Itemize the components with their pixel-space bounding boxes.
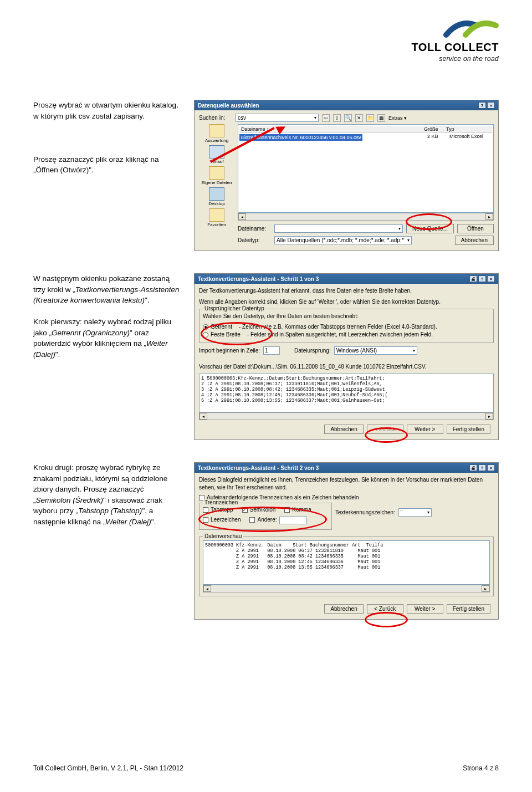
origin-label: Dateiursprung: — [294, 348, 331, 354]
datasource-dialog: Datenquelle auswählen ? × Suchen in: csv… — [194, 100, 499, 251]
page-footer: Toll Collect GmbH, Berlin, V 2.1, PL - S… — [33, 764, 499, 772]
place-eigene[interactable]: Eigene Dateien — [199, 166, 234, 185]
scroll-left-icon[interactable]: ◂ — [200, 413, 207, 420]
scroll-right-icon[interactable]: ▸ — [482, 585, 489, 592]
scroll-left-icon[interactable]: ◂ — [238, 213, 246, 220]
help-icon[interactable]: ? — [478, 275, 486, 282]
place-desktop[interactable]: Desktop — [199, 187, 234, 206]
place-verlauf[interactable]: Verlauf — [199, 145, 234, 164]
dialog1-title: Datenquelle auswählen — [198, 103, 259, 109]
preview-groupbox: Datenvorschau 5000000003 Kfz-Kennz. Datu… — [199, 536, 494, 596]
section-3: Kroku drugi: proszę wybrać rybrykę ze zn… — [33, 462, 499, 620]
check-semicolon[interactable]: ✓Semikolon — [242, 507, 276, 513]
cancel-button[interactable]: Abbrechen — [324, 425, 363, 434]
dialog3-title: Textkonvertierungs-Assistent - Schritt 2… — [198, 465, 319, 471]
filetype-combo[interactable]: Alle Datenquellen (*.odc;*.mdb; *.mde;*.… — [274, 236, 412, 244]
lookin-label: Suchen in: — [199, 115, 232, 121]
filename-label: Dateiname: — [238, 226, 271, 232]
file-list[interactable]: Dateiname ↑ Größe Typ Einzelfahrtennachw… — [238, 124, 494, 213]
close-icon[interactable]: × — [487, 464, 495, 471]
section3-text: Kroku drugi: proszę wybrać rybrykę ze zn… — [33, 462, 183, 527]
finish-button[interactable]: Fertig stellen — [447, 425, 490, 434]
help-icon[interactable]: ? — [478, 464, 486, 471]
close-icon[interactable]: × — [487, 102, 495, 109]
textqual-label: Texterkennungszeichen: — [335, 509, 395, 515]
preview-label: Vorschau der Datei d:\Dokum...\Sim. 06.1… — [199, 363, 494, 371]
close-icon[interactable]: × — [487, 275, 495, 282]
print-icon[interactable]: 🖨 — [469, 275, 477, 282]
newfolder-icon[interactable]: 📁 — [366, 114, 374, 122]
textqual-combo[interactable]: " — [398, 508, 432, 517]
section2-text2: Krok pierwszy: należy wybrać rodzaj plik… — [33, 316, 183, 360]
dialog3-container: Textkonvertierungs-Assistent - Schritt 2… — [194, 462, 499, 620]
radio-fixed[interactable]: Feste Breite - Felder sind in Spalten au… — [203, 331, 490, 338]
datatype-group-title: Ursprünglicher Datentyp — [203, 305, 266, 311]
wizard1-desc2: Wenn alle Angaben korrekt sind, klicken … — [199, 298, 494, 306]
help-icon[interactable]: ? — [478, 102, 486, 109]
place-auswertung[interactable]: Auswertung — [199, 124, 234, 143]
footer-left: Toll Collect GmbH, Berlin, V 2.1, PL - S… — [33, 764, 183, 772]
section2-text1: W następnym okienku pokazane zostaną trz… — [33, 273, 183, 306]
back-icon[interactable]: ⇦ — [322, 114, 330, 122]
logo-icon — [443, 16, 499, 38]
preview-group-title: Datenvorschau — [203, 533, 243, 539]
preview-box: 1 5000000003;Kfz-Kennz.;Datum;Start;Buch… — [199, 374, 494, 412]
filename-input[interactable] — [274, 224, 403, 233]
print-icon[interactable]: 🖨 — [469, 464, 477, 471]
finish-button[interactable]: Fertig stellen — [447, 604, 490, 614]
startrow-input[interactable]: 1 — [263, 346, 280, 355]
places-sidebar: Auswertung Verlauf Eigene Dateien Deskto… — [199, 124, 234, 247]
section1-text1: Proszę wybrać w otwartym okienku katalog… — [33, 100, 183, 121]
logo-block: TOLL COLLECT service on the road — [412, 16, 499, 63]
dialog1-titlebar: Datenquelle auswählen ? × — [195, 100, 498, 110]
newsource-button[interactable]: Neue Quelle... — [406, 224, 454, 233]
back-button[interactable]: < Zurück — [367, 604, 403, 614]
delete-icon[interactable]: ✕ — [355, 114, 363, 122]
views-icon[interactable]: ▦ — [377, 114, 385, 122]
open-button[interactable]: Öffnen — [457, 224, 494, 233]
wizard2-desc: Dieses Dialogfeld ermöglicht es Ihnen, T… — [199, 476, 494, 491]
place-favoriten[interactable]: Favoriten — [199, 208, 234, 227]
separator-groupbox: Trennzeichen Tabstopp ✓Semikolon Komma L… — [199, 503, 332, 530]
back-button: < Zurück — [367, 425, 403, 434]
datatype-label: Wählen Sie den Dateityp, der Ihre Daten … — [203, 313, 490, 320]
search-icon[interactable]: 🔍 — [344, 114, 352, 122]
check-consecutive[interactable]: Aufeinanderfolgende Trennzeichen als ein… — [199, 494, 494, 500]
check-comma[interactable]: Komma — [284, 507, 311, 513]
check-space[interactable]: Leerzeichen — [203, 517, 241, 524]
scroll-right-icon[interactable]: ▸ — [485, 413, 493, 420]
section-1: Proszę wybrać w otwartym okienku katalog… — [33, 100, 499, 251]
next-button[interactable]: Weiter > — [407, 425, 443, 434]
col-type[interactable]: Typ — [446, 126, 490, 132]
scroll-left-icon[interactable]: ◂ — [203, 585, 211, 592]
file-scrollbar[interactable]: ◂ ▸ — [238, 213, 494, 221]
wizard-step1-dialog: Textkonvertierungs-Assistent - Schritt 1… — [194, 273, 499, 440]
col-size[interactable]: Größe — [424, 126, 446, 132]
up-icon[interactable]: ⇧ — [333, 114, 341, 122]
preview-box-2: 5000000003 Kfz-Kennz. Datum Start Buchun… — [203, 540, 490, 585]
separator-group-title: Trennzeichen — [203, 499, 239, 505]
cancel-button[interactable]: Abbrechen — [455, 236, 494, 245]
lookin-combo[interactable]: csv — [236, 114, 319, 122]
dialog3-titlebar: Textkonvertierungs-Assistent - Schritt 2… — [195, 463, 498, 473]
preview2-scrollbar[interactable]: ◂ ▸ — [203, 585, 490, 592]
cancel-button[interactable]: Abbrechen — [324, 604, 363, 614]
check-tab[interactable]: Tabstopp — [203, 507, 233, 513]
dialog2-container: Textkonvertierungs-Assistent - Schritt 1… — [194, 273, 499, 440]
origin-combo[interactable]: Windows (ANSI) — [334, 346, 417, 355]
section1-text2: Proszę zaznaczyć plik oraz kliknąć na „Ö… — [33, 154, 183, 176]
next-button[interactable]: Weiter > — [407, 604, 443, 614]
dialog2-title: Textkonvertierungs-Assistent - Schritt 1… — [198, 276, 319, 282]
check-other[interactable]: Andere: — [249, 517, 306, 524]
startrow-label: Import beginnen in Zeile: — [199, 348, 260, 354]
other-input[interactable] — [279, 517, 307, 524]
dialog2-titlebar: Textkonvertierungs-Assistent - Schritt 1… — [195, 274, 498, 284]
preview-scrollbar[interactable]: ◂ ▸ — [199, 412, 494, 420]
radio-delimited[interactable]: Getrennt - Zeichen wie z.B. Kommas oder … — [203, 324, 490, 330]
extras-menu[interactable]: Extras ▾ — [388, 115, 407, 121]
datatype-groupbox: Ursprünglicher Datentyp Wählen Sie den D… — [199, 309, 494, 343]
footer-right: Strona 4 z 8 — [463, 764, 499, 772]
scroll-right-icon[interactable]: ▸ — [485, 213, 493, 220]
logo-title: TOLL COLLECT — [412, 41, 499, 54]
wizard-step2-dialog: Textkonvertierungs-Assistent - Schritt 2… — [194, 462, 499, 620]
